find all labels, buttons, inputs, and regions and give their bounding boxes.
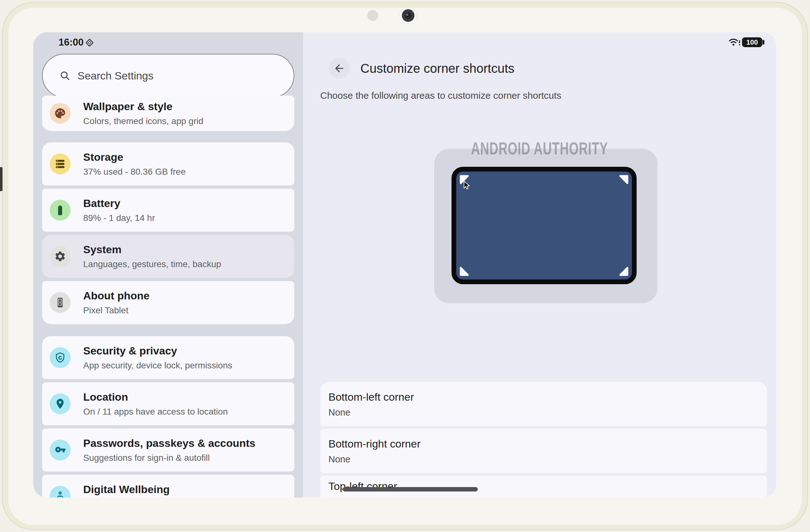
corner-triangle-top-right: [618, 175, 629, 186]
watermark: ANDROID AUTHORITY: [447, 138, 632, 159]
shortcut-row-top-left[interactable]: Top-left corner None: [320, 475, 767, 498]
shortcut-row-bottom-left[interactable]: Bottom-left corner None: [320, 382, 767, 426]
sidebar-item-about-phone[interactable]: About phone Pixel Tablet: [42, 281, 294, 324]
wifi-alert-icon: [728, 37, 741, 47]
touchpad-graphic: [452, 167, 637, 284]
dice-status-icon: [84, 37, 95, 48]
shortcut-value: None: [328, 407, 767, 418]
shortcut-value: None: [328, 454, 767, 465]
volume-button: [0, 167, 2, 191]
sidebar-item-title: Storage: [83, 151, 186, 163]
sidebar-item-title: Passwords, passkeys & accounts: [83, 437, 255, 449]
sidebar-item-title: Digital Wellbeing: [83, 483, 256, 496]
sidebar-item-location[interactable]: Location On / 11 apps have access to loc…: [42, 382, 294, 425]
shortcut-row-bottom-right[interactable]: Bottom-right corner None: [320, 429, 767, 473]
page-description: Choose the following areas to customize …: [320, 90, 561, 101]
sidebar-item-security-privacy[interactable]: Security & privacy App security, device …: [42, 336, 294, 379]
page-title: Customize corner shortcuts: [360, 58, 515, 79]
back-button[interactable]: [329, 58, 350, 79]
front-camera: [400, 7, 416, 24]
sidebar-item-subtitle: 37% used - 80.36 GB free: [83, 167, 186, 177]
back-arrow-icon: [333, 62, 345, 75]
sidebar-item-storage[interactable]: Storage 37% used - 80.36 GB free: [42, 142, 294, 186]
corner-triangle-bottom-left: [459, 265, 470, 276]
sidebar-item-title: Security & privacy: [83, 345, 232, 357]
battery-percent: 100: [746, 38, 758, 47]
battery-nub: [763, 40, 764, 45]
battery-icon: [50, 200, 70, 221]
shield-icon: [50, 347, 70, 368]
status-time: 16:00: [59, 37, 83, 48]
shortcut-label: Bottom-right corner: [328, 438, 767, 450]
corner-triangle-bottom-right: [618, 265, 629, 276]
sidebar-item-subtitle: Pixel Tablet: [83, 305, 150, 316]
sidebar-item-title: Battery: [83, 197, 155, 210]
mouse-cursor-icon: [462, 180, 471, 191]
sidebar-item-title: System: [83, 243, 221, 256]
sidebar-item-subtitle: 89% - 1 day, 14 hr: [83, 213, 155, 223]
sidebar-item-title: Wallpaper & style: [83, 100, 204, 113]
search-icon: [59, 70, 70, 81]
wellbeing-icon: [50, 486, 70, 498]
sidebar-item-battery[interactable]: Battery 89% - 1 day, 14 hr: [42, 189, 294, 232]
location-pin-icon: [50, 393, 70, 414]
shortcut-value: None: [328, 497, 767, 498]
battery-status: 100: [742, 37, 764, 47]
tablet-screen: 16:00 100 Search Setti: [33, 32, 776, 498]
key-icon: [50, 439, 70, 461]
light-sensor-dot: [367, 10, 378, 21]
taskbar-handle[interactable]: [343, 487, 478, 491]
sidebar-item-passwords[interactable]: Passwords, passkeys & accounts Suggestio…: [42, 429, 294, 471]
sidebar-item-subtitle: Languages, gestures, time, backup: [83, 259, 221, 269]
battery-pill: 100: [742, 37, 762, 47]
sidebar-item-subtitle: Suggestions for sign-in & autofill: [83, 453, 255, 463]
gear-icon: [50, 246, 70, 267]
sidebar-item-subtitle: On / 11 apps have access to location: [83, 407, 228, 417]
storage-icon: [50, 154, 70, 174]
phone-info-icon: [50, 292, 70, 313]
sidebar-item-system[interactable]: System Languages, gestures, time, backup: [42, 235, 294, 278]
sidebar-item-digital-wellbeing[interactable]: Digital Wellbeing Screen time, app timer…: [42, 475, 294, 498]
palette-icon: [50, 103, 70, 124]
sidebar-item-title: Location: [83, 391, 228, 403]
search-placeholder: Search Settings: [78, 70, 153, 82]
shortcut-label: Bottom-left corner: [328, 391, 767, 403]
sidebar-item-subtitle: Colors, themed icons, app grid: [83, 116, 204, 126]
sidebar-item-wallpaper-style[interactable]: Wallpaper & style Colors, themed icons, …: [42, 96, 294, 131]
search-input[interactable]: Search Settings: [42, 54, 294, 97]
sidebar-item-title: About phone: [83, 290, 150, 302]
sidebar-item-subtitle: App security, device lock, permissions: [83, 360, 232, 371]
